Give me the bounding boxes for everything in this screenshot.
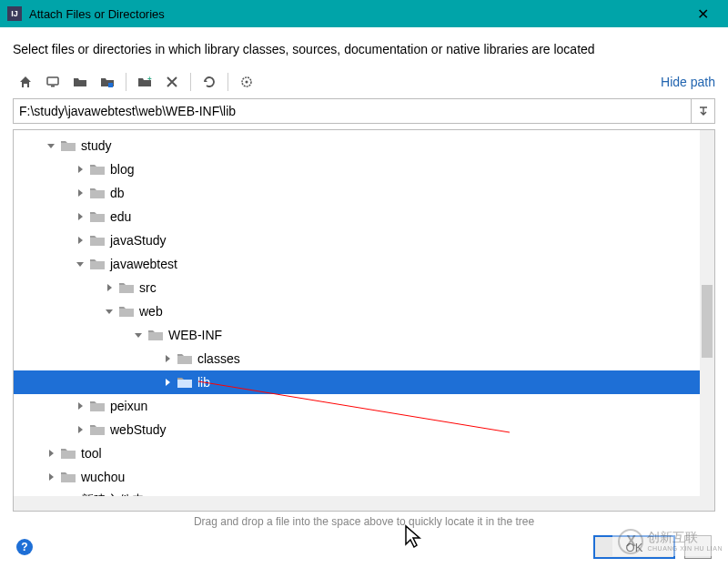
toolbar: + Hide path bbox=[13, 69, 715, 95]
watermark-brand: 创新互联 bbox=[647, 531, 723, 544]
chevron-down-icon[interactable] bbox=[72, 259, 88, 269]
tree-item-label: blog bbox=[110, 162, 134, 177]
folder-icon bbox=[59, 447, 77, 460]
folder-icon bbox=[147, 329, 165, 341]
svg-rect-0 bbox=[47, 77, 58, 85]
separator bbox=[126, 73, 126, 91]
folder-icon bbox=[59, 139, 77, 152]
folder-icon bbox=[88, 400, 106, 412]
chevron-right-icon[interactable] bbox=[72, 401, 88, 411]
folder-icon bbox=[88, 163, 106, 176]
select-root-icon[interactable] bbox=[67, 71, 93, 93]
chevron-right-icon[interactable] bbox=[72, 188, 88, 198]
tree-item-label: javaStudy bbox=[110, 233, 166, 248]
chevron-right-icon[interactable] bbox=[159, 354, 176, 363]
svg-rect-1 bbox=[51, 86, 55, 87]
module-root-icon[interactable] bbox=[95, 71, 120, 93]
tree-row[interactable]: tool bbox=[14, 441, 714, 465]
chevron-right-icon[interactable] bbox=[72, 236, 88, 245]
watermark: X 创新互联 CHUANG XIN HU LIAN bbox=[612, 527, 728, 556]
chevron-right-icon[interactable] bbox=[72, 425, 88, 434]
tree-item-label: WEB-INF bbox=[168, 328, 222, 342]
horizontal-scrollbar[interactable] bbox=[14, 496, 700, 511]
footer: ? OK bbox=[13, 535, 715, 559]
scrollbar-corner bbox=[700, 496, 714, 511]
tree-item-label: classes bbox=[197, 351, 240, 366]
chevron-right-icon[interactable] bbox=[159, 378, 176, 387]
tree-row[interactable]: src bbox=[14, 276, 714, 299]
chevron-right-icon[interactable] bbox=[101, 283, 117, 292]
dialog-body: Select files or directories in which lib… bbox=[0, 27, 728, 568]
tree-row[interactable]: classes bbox=[14, 347, 714, 370]
watermark-sub: CHUANG XIN HU LIAN bbox=[647, 545, 723, 553]
vertical-scrollbar[interactable] bbox=[700, 130, 714, 496]
chevron-right-icon[interactable] bbox=[43, 472, 59, 482]
tree-item-label: edu bbox=[110, 209, 131, 224]
tree-item-label: webStudy bbox=[110, 422, 166, 437]
new-folder-icon[interactable]: + bbox=[132, 71, 157, 93]
tree-row[interactable]: blog bbox=[14, 157, 714, 181]
watermark-logo-icon: X bbox=[618, 529, 643, 554]
history-dropdown-icon[interactable] bbox=[692, 98, 715, 124]
tree-item-label: study bbox=[81, 138, 111, 153]
chevron-down-icon[interactable] bbox=[130, 330, 147, 340]
tree-row[interactable]: webStudy bbox=[14, 418, 714, 441]
title-bar: IJ Attach Files or Directories ✕ bbox=[0, 0, 728, 27]
tree-item-label: web bbox=[139, 304, 163, 319]
home-icon[interactable] bbox=[13, 71, 38, 93]
chevron-right-icon[interactable] bbox=[72, 212, 88, 221]
tree-item-label: db bbox=[110, 186, 125, 200]
separator bbox=[190, 73, 191, 91]
tree-row[interactable]: db bbox=[14, 181, 714, 205]
tree-row[interactable]: javaStudy bbox=[14, 228, 714, 252]
refresh-icon[interactable] bbox=[197, 71, 222, 93]
drop-hint: Drag and drop a file into the space abov… bbox=[13, 515, 715, 528]
tree-row[interactable]: peixun bbox=[14, 394, 714, 418]
folder-icon bbox=[88, 210, 106, 223]
chevron-down-icon[interactable] bbox=[43, 141, 59, 150]
tree-item-label: src bbox=[139, 280, 157, 295]
folder-icon bbox=[117, 305, 136, 318]
tree-item-label: lib bbox=[197, 375, 210, 390]
tree-row[interactable]: lib bbox=[14, 370, 714, 394]
instruction-text: Select files or directories in which lib… bbox=[13, 42, 715, 56]
delete-icon[interactable] bbox=[159, 71, 185, 93]
tree-row[interactable]: web bbox=[14, 299, 714, 323]
close-icon[interactable]: ✕ bbox=[684, 5, 721, 23]
scrollbar-thumb[interactable] bbox=[702, 285, 713, 358]
path-row bbox=[13, 98, 715, 124]
tree-item-label: peixun bbox=[110, 399, 147, 413]
path-input[interactable] bbox=[13, 98, 692, 124]
tree-item-label: tool bbox=[81, 446, 102, 461]
app-icon: IJ bbox=[7, 6, 22, 21]
tree-row[interactable]: javawebtest bbox=[14, 252, 714, 276]
tree-row[interactable]: wuchou bbox=[14, 465, 714, 489]
tree-item-label: javawebtest bbox=[110, 257, 177, 271]
folder-icon bbox=[117, 281, 136, 294]
hide-path-link[interactable]: Hide path bbox=[661, 75, 715, 89]
tree-item-label: wuchou bbox=[81, 470, 125, 484]
folder-icon bbox=[88, 423, 106, 436]
chevron-right-icon[interactable] bbox=[72, 165, 88, 174]
tree-row[interactable]: edu bbox=[14, 205, 714, 228]
tree-row[interactable]: study bbox=[14, 134, 714, 157]
folder-icon bbox=[176, 376, 194, 389]
desktop-icon[interactable] bbox=[40, 71, 66, 93]
svg-text:+: + bbox=[147, 75, 152, 83]
folder-icon bbox=[88, 187, 106, 199]
help-icon[interactable]: ? bbox=[16, 539, 33, 555]
chevron-right-icon[interactable] bbox=[43, 449, 59, 458]
svg-rect-2 bbox=[108, 83, 113, 87]
svg-point-5 bbox=[246, 81, 248, 84]
tree-row[interactable]: WEB-INF bbox=[14, 323, 714, 347]
folder-icon bbox=[59, 471, 77, 483]
file-tree[interactable]: studyblogdbedujavaStudyjavawebtestsrcweb… bbox=[13, 129, 715, 512]
show-hidden-icon[interactable] bbox=[234, 71, 259, 93]
folder-icon bbox=[88, 234, 106, 247]
chevron-down-icon[interactable] bbox=[101, 307, 117, 316]
window-title: Attach Files or Directories bbox=[29, 7, 165, 21]
folder-icon bbox=[176, 352, 194, 365]
folder-icon bbox=[88, 258, 106, 270]
separator bbox=[228, 73, 228, 91]
